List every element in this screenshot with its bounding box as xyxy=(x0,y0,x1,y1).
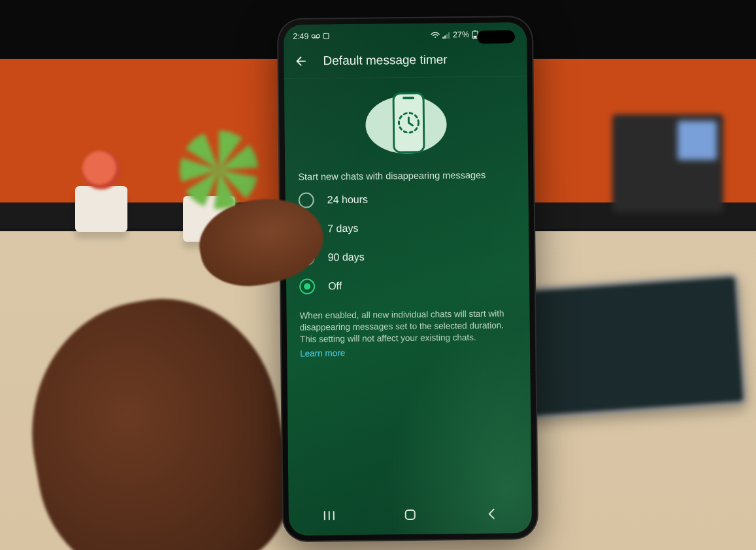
help-text: When enabled, all new individual chats w… xyxy=(286,299,530,349)
option-off[interactable]: Off xyxy=(286,270,529,301)
phone-screen: 2:49 27% xyxy=(284,22,532,536)
svg-rect-21 xyxy=(406,510,415,519)
timer-phone-icon xyxy=(350,86,462,159)
option-label: 7 days xyxy=(327,223,358,235)
radio-icon xyxy=(299,221,314,236)
option-90-days[interactable]: 90 days xyxy=(286,241,529,272)
option-label: 24 hours xyxy=(327,194,368,206)
svg-point-0 xyxy=(312,35,315,38)
status-battery-text: 27% xyxy=(453,30,469,39)
nav-recents-button[interactable] xyxy=(316,502,342,528)
signal-icon xyxy=(442,31,450,39)
radio-icon xyxy=(299,250,315,265)
recents-icon xyxy=(323,510,336,521)
svg-rect-14 xyxy=(403,97,414,99)
wifi-icon xyxy=(431,31,440,39)
svg-rect-8 xyxy=(448,32,450,39)
page-title: Default message timer xyxy=(323,52,447,68)
radio-icon xyxy=(299,192,314,208)
svg-point-1 xyxy=(316,35,320,38)
option-label: Off xyxy=(328,280,342,292)
nav-home-button[interactable] xyxy=(397,502,423,528)
learn-more-link[interactable]: Learn more xyxy=(287,346,530,359)
back-button[interactable] xyxy=(291,52,310,71)
svg-rect-7 xyxy=(446,34,448,39)
svg-rect-6 xyxy=(444,35,446,39)
chevron-left-icon xyxy=(487,508,496,521)
camera-cutout xyxy=(477,30,515,44)
svg-rect-3 xyxy=(323,33,329,39)
tablet-on-desk xyxy=(508,273,747,421)
notification-indicator-icon xyxy=(323,33,329,39)
option-24-hours[interactable]: 24 hours xyxy=(286,184,529,215)
voicemail-icon xyxy=(311,33,320,39)
radio-icon xyxy=(299,278,315,294)
option-label: 90 days xyxy=(328,251,365,264)
home-icon xyxy=(404,508,417,521)
option-7-days[interactable]: 7 days xyxy=(286,212,529,244)
status-time: 2:49 xyxy=(293,32,308,41)
svg-point-4 xyxy=(435,37,436,38)
arrow-left-icon xyxy=(293,54,308,69)
svg-rect-5 xyxy=(442,37,444,39)
phone-frame: 2:49 27% xyxy=(278,17,537,541)
nav-back-button[interactable] xyxy=(478,500,504,526)
speaker-box xyxy=(612,114,723,212)
plant-pot-2 xyxy=(183,196,235,242)
android-nav-bar xyxy=(289,498,532,532)
hero-illustration xyxy=(284,76,528,172)
app-bar: Default message timer xyxy=(284,44,527,79)
svg-rect-11 xyxy=(474,36,477,38)
svg-rect-10 xyxy=(474,30,476,31)
plant-pot-1 xyxy=(75,186,127,232)
